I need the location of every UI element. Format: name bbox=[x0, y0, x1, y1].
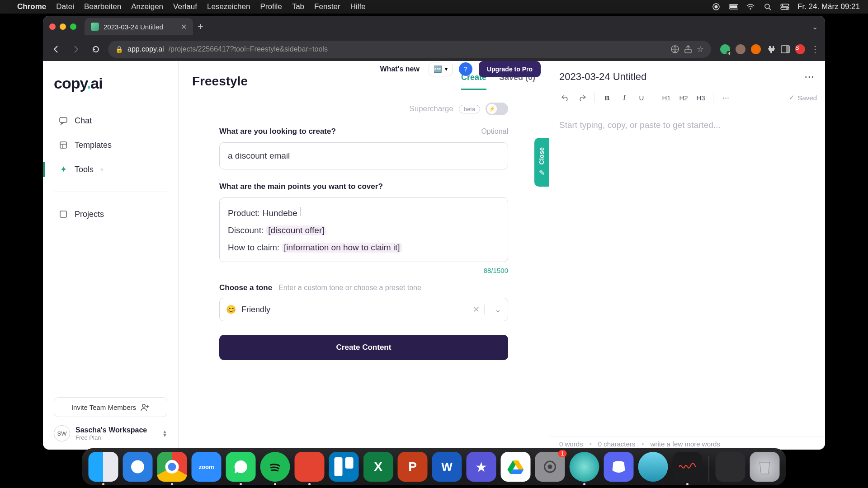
dock-todoist-icon[interactable] bbox=[295, 452, 325, 482]
control-center-icon[interactable] bbox=[780, 2, 789, 11]
app-logo[interactable]: copy.ai bbox=[54, 75, 167, 92]
page-title: Freestyle bbox=[192, 74, 248, 89]
whats-new-link[interactable]: What's new bbox=[380, 65, 420, 73]
italic-button[interactable]: I bbox=[617, 91, 632, 104]
create-what-input[interactable]: a discount email bbox=[219, 142, 508, 169]
app-root: copy.ai Chat Templates ✦ Tools › bbox=[43, 61, 825, 450]
svg-rect-17 bbox=[60, 142, 66, 148]
extension-icon[interactable] bbox=[751, 44, 761, 54]
sidebar-item-projects[interactable]: Projects bbox=[54, 204, 167, 225]
redo-icon[interactable] bbox=[575, 91, 590, 104]
sidebar-item-chat[interactable]: Chat bbox=[54, 110, 167, 131]
nav-back-button[interactable] bbox=[48, 42, 64, 57]
menu-datei[interactable]: Datei bbox=[56, 2, 74, 11]
dock-finder-icon[interactable] bbox=[89, 452, 118, 482]
svg-point-5 bbox=[750, 8, 751, 9]
menu-bearbeiten[interactable]: Bearbeiten bbox=[84, 2, 121, 11]
dock-trello-icon[interactable] bbox=[329, 452, 359, 482]
h3-button[interactable]: H3 bbox=[693, 91, 708, 104]
tools-icon: ✦ bbox=[58, 164, 68, 174]
dock-word-icon[interactable]: W bbox=[432, 452, 462, 482]
document-more-icon[interactable]: ⋯ bbox=[804, 71, 815, 83]
create-content-button[interactable]: Create Content bbox=[219, 335, 508, 360]
document-title[interactable]: 2023-03-24 Untitled bbox=[559, 71, 646, 83]
supercharge-toggle[interactable]: ⚡ bbox=[486, 103, 508, 115]
dock-settings-icon[interactable]: 1 bbox=[535, 452, 565, 482]
undo-icon[interactable] bbox=[557, 91, 573, 104]
menu-hilfe[interactable]: Hilfe bbox=[350, 2, 366, 11]
dock-safari-icon[interactable] bbox=[123, 452, 153, 482]
extension-icon[interactable]: 4 bbox=[720, 44, 730, 54]
h1-button[interactable]: H1 bbox=[659, 91, 674, 104]
points-row-claim: How to claim: [information on how to cla… bbox=[228, 243, 500, 253]
menu-verlauf[interactable]: Verlauf bbox=[173, 2, 197, 11]
dock-imovie-icon[interactable]: ★ bbox=[467, 452, 496, 482]
dock-trash-icon[interactable] bbox=[750, 452, 780, 482]
dock-excel-icon[interactable]: X bbox=[363, 452, 393, 482]
dock-discord-icon[interactable] bbox=[604, 452, 634, 482]
editor-placeholder: Start typing, copy, or paste to get star… bbox=[559, 120, 721, 130]
sidebar-item-templates[interactable]: Templates bbox=[54, 135, 167, 155]
sidebar-item-tools[interactable]: ✦ Tools › bbox=[54, 159, 167, 180]
help-bubble-icon[interactable]: ? bbox=[459, 62, 472, 76]
workspace-switcher[interactable]: SW Sascha's Workspace Free Plan ▲▼ bbox=[54, 425, 167, 441]
translate-icon[interactable] bbox=[670, 45, 679, 54]
dock-chrome-icon[interactable] bbox=[157, 452, 187, 482]
tone-select[interactable]: 😊 Friendly ✕ ⌄ bbox=[219, 298, 508, 321]
dock-zoom-icon[interactable]: zoom bbox=[192, 452, 222, 482]
dock-powerpoint-icon[interactable]: P bbox=[398, 452, 428, 482]
dock-separator bbox=[709, 456, 709, 482]
sidepanel-icon[interactable] bbox=[781, 45, 790, 53]
wifi-icon[interactable] bbox=[746, 2, 755, 11]
dock-spotify-icon[interactable] bbox=[260, 452, 290, 482]
url-bar[interactable]: 🔒 app.copy.ai/projects/22566417?tool=Fre… bbox=[108, 41, 711, 58]
close-drawer-handle[interactable]: Close ✎ bbox=[534, 138, 549, 187]
window-close-icon[interactable] bbox=[49, 23, 56, 30]
menu-lesezeichen[interactable]: Lesezeichen bbox=[207, 2, 250, 11]
spotlight-icon[interactable] bbox=[763, 2, 772, 11]
nav-reload-button[interactable] bbox=[88, 42, 104, 57]
dock-app-icon[interactable] bbox=[638, 452, 668, 482]
new-tab-button[interactable]: + bbox=[198, 21, 203, 33]
dock-app-icon[interactable] bbox=[570, 452, 599, 482]
editor-textarea[interactable]: Start typing, copy, or paste to get star… bbox=[549, 111, 825, 436]
invite-team-button[interactable]: Invite Team Members bbox=[54, 397, 167, 417]
menu-fenster[interactable]: Fenster bbox=[314, 2, 340, 11]
language-pill[interactable]: 🔤 ▾ bbox=[429, 62, 453, 76]
toolbar-more-icon[interactable]: ⋯ bbox=[718, 91, 733, 104]
upgrade-button[interactable]: Upgrade to Pro bbox=[479, 61, 541, 77]
extensions-menu-icon[interactable] bbox=[766, 45, 775, 54]
clear-tone-icon[interactable]: ✕ bbox=[468, 305, 485, 314]
window-minimize-icon[interactable] bbox=[60, 23, 66, 30]
menu-tab[interactable]: Tab bbox=[292, 2, 304, 11]
bookmark-star-icon[interactable]: ☆ bbox=[697, 44, 704, 54]
profile-avatar[interactable]: S bbox=[795, 44, 805, 54]
window-zoom-icon[interactable] bbox=[70, 23, 76, 30]
chrome-window: 2023-03-24 Untitled ✕ + ⌄ 🔒 app.copy.ai/… bbox=[43, 16, 825, 450]
underline-button[interactable]: U bbox=[634, 91, 649, 104]
battery-icon[interactable] bbox=[729, 2, 738, 11]
chevron-down-icon[interactable]: ⌄ bbox=[490, 305, 501, 314]
bold-button[interactable]: B bbox=[599, 91, 615, 104]
menu-anzeigen[interactable]: Anzeigen bbox=[131, 2, 163, 11]
extension-icon[interactable] bbox=[736, 44, 745, 54]
menubar-clock[interactable]: Fr. 24. März 09:21 bbox=[797, 2, 860, 11]
chrome-menu-icon[interactable]: ⋮ bbox=[811, 44, 820, 55]
menu-profile[interactable]: Profile bbox=[260, 2, 282, 11]
tab-close-icon[interactable]: ✕ bbox=[181, 23, 187, 31]
dock-app-icon[interactable] bbox=[716, 452, 745, 482]
main-points-input[interactable]: Product: Hundebe Discount: [discount off… bbox=[219, 197, 508, 262]
svg-point-21 bbox=[142, 404, 145, 407]
dock-voice-memos-icon[interactable] bbox=[673, 452, 703, 482]
dock-drive-icon[interactable] bbox=[501, 452, 531, 482]
share-icon[interactable] bbox=[684, 45, 692, 54]
h2-button[interactable]: H2 bbox=[676, 91, 691, 104]
browser-tab[interactable]: 2023-03-24 Untitled ✕ bbox=[85, 18, 193, 35]
tab-overflow-icon[interactable]: ⌄ bbox=[812, 23, 818, 31]
add-user-icon bbox=[141, 403, 150, 411]
supercharge-label: Supercharge bbox=[409, 104, 453, 113]
nav-forward-button[interactable] bbox=[68, 42, 84, 57]
menubar-app-name[interactable]: Chrome bbox=[17, 2, 46, 11]
dock-whatsapp-icon[interactable] bbox=[226, 452, 256, 482]
screen-record-icon[interactable] bbox=[712, 2, 721, 11]
